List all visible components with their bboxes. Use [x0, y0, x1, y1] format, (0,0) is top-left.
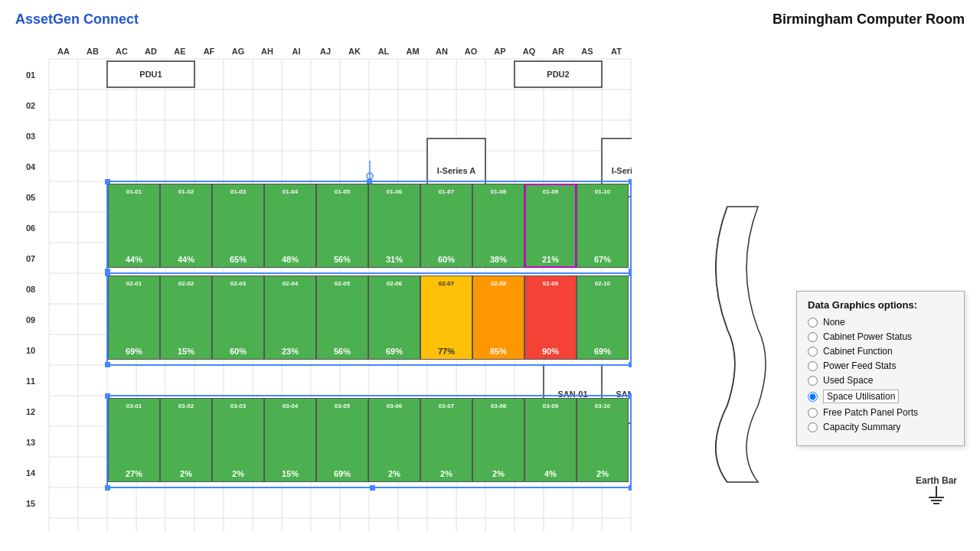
cabinet-01-05[interactable]: 01-05 56% — [316, 184, 368, 268]
option-capacity[interactable]: Capacity Summary — [808, 422, 953, 432]
svg-text:12: 12 — [26, 407, 35, 416]
svg-text:11: 11 — [26, 377, 35, 386]
option-cabinet-power[interactable]: Cabinet Power Status — [808, 331, 953, 342]
cabinet-01-04[interactable]: 01-04 48% — [264, 184, 316, 268]
svg-text:04: 04 — [26, 162, 36, 171]
cabinet-03-04[interactable]: 03-04 15% — [264, 398, 316, 482]
option-free-patch-label: Free Patch Panel Ports — [823, 407, 918, 418]
option-free-patch[interactable]: Free Patch Panel Ports — [808, 407, 953, 418]
cabinet-03-06[interactable]: 03-06 2% — [368, 398, 420, 482]
svg-text:AN: AN — [436, 47, 448, 56]
svg-rect-87 — [629, 179, 632, 184]
option-capacity-label: Capacity Summary — [823, 422, 900, 432]
svg-rect-97 — [629, 362, 632, 367]
cabinet-02-08[interactable]: 02-08 85% — [472, 276, 524, 360]
svg-rect-101 — [105, 485, 110, 491]
cabinet-02-02[interactable]: 02-02 15% — [160, 276, 212, 360]
cabinet-03-05[interactable]: 03-05 69% — [316, 398, 368, 482]
svg-text:AQ: AQ — [523, 47, 536, 56]
option-none-label: None — [823, 317, 845, 328]
cabinet-01-02[interactable]: 01-02 44% — [160, 184, 212, 268]
cabinet-03-10[interactable]: 03-10 2% — [577, 398, 629, 482]
cabinet-row-2: 02-01 69% 02-02 15% 02-03 60% 02-04 23% … — [108, 276, 629, 360]
data-graphics-panel: Data Graphics options: None Cabinet Powe… — [796, 291, 965, 446]
earth-bar: Earth Bar — [916, 475, 957, 505]
svg-text:AE: AE — [174, 47, 185, 56]
svg-text:10: 10 — [26, 346, 35, 355]
svg-text:AA: AA — [57, 47, 70, 56]
svg-text:PDU1: PDU1 — [139, 70, 162, 79]
cabinet-02-05[interactable]: 02-05 56% — [316, 276, 368, 360]
cabinet-01-09[interactable]: 01-09 21% — [524, 184, 577, 268]
option-space-util[interactable]: Space Utilisation — [808, 390, 953, 403]
cabinet-03-08[interactable]: 03-08 2% — [472, 398, 524, 482]
option-power-feed[interactable]: Power Feed Stats — [808, 360, 953, 371]
svg-rect-95 — [629, 271, 632, 276]
option-used-space[interactable]: Used Space — [808, 375, 953, 386]
svg-text:AH: AH — [261, 47, 273, 56]
svg-text:02: 02 — [26, 101, 35, 110]
room-title: Birmingham Computer Room — [773, 11, 965, 28]
cabinet-row-1: 01-01 44% 01-02 44% 01-03 65% 01-04 48% … — [108, 184, 629, 268]
svg-text:AF: AF — [204, 47, 215, 56]
svg-text:AJ: AJ — [320, 47, 331, 56]
cabinet-02-06[interactable]: 02-06 69% — [368, 276, 420, 360]
svg-text:AR: AR — [552, 47, 564, 56]
option-used-space-label: Used Space — [823, 375, 873, 386]
option-cabinet-function[interactable]: Cabinet Function — [808, 346, 953, 357]
svg-text:AT: AT — [611, 47, 622, 56]
cabinet-01-01[interactable]: 01-01 44% — [108, 184, 160, 268]
cabinet-01-06[interactable]: 01-06 31% — [368, 184, 420, 268]
option-power-feed-label: Power Feed Stats — [823, 360, 896, 371]
svg-text:AD: AD — [145, 47, 157, 56]
main-area: AA AB AC AD AE AF AG AH AI AJ AK AL AM A… — [0, 38, 980, 551]
svg-text:PDU2: PDU2 — [547, 70, 569, 79]
cabinet-01-07[interactable]: 01-07 60% — [420, 184, 472, 268]
cabinet-02-01[interactable]: 02-01 69% — [108, 276, 160, 360]
svg-text:15: 15 — [26, 499, 35, 508]
app-header: AssetGen Connect Birmingham Computer Roo… — [0, 0, 980, 38]
svg-rect-96 — [105, 362, 110, 367]
svg-text:AI: AI — [292, 47, 301, 56]
cabinet-02-09[interactable]: 02-09 90% — [524, 276, 577, 360]
cabinet-03-03[interactable]: 03-03 2% — [212, 398, 264, 482]
svg-text:14: 14 — [26, 468, 36, 478]
svg-text:AO: AO — [465, 47, 478, 56]
cabinet-02-03[interactable]: 02-03 60% — [212, 276, 264, 360]
svg-text:07: 07 — [26, 254, 35, 263]
cabinet-02-04[interactable]: 02-04 23% — [264, 276, 316, 360]
svg-text:08: 08 — [26, 285, 35, 294]
svg-text:I-Series A: I-Series A — [437, 166, 475, 175]
cabinet-01-03[interactable]: 01-03 65% — [212, 184, 264, 268]
option-none[interactable]: None — [808, 317, 953, 328]
svg-text:03: 03 — [26, 132, 35, 141]
cabinet-02-10[interactable]: 02-10 69% — [577, 276, 629, 360]
cabinet-02-07[interactable]: 02-07 77% — [420, 276, 472, 360]
cabinet-03-02[interactable]: 03-02 2% — [160, 398, 212, 482]
panel-title: Data Graphics options: — [808, 299, 953, 311]
svg-text:05: 05 — [26, 193, 35, 202]
cabinet-03-01[interactable]: 03-01 27% — [108, 398, 160, 482]
floor-plan: AA AB AC AD AE AF AG AH AI AJ AK AL AM A… — [4, 42, 635, 547]
option-cabinet-function-label: Cabinet Function — [823, 346, 893, 357]
cabinet-03-09[interactable]: 03-09 4% — [524, 398, 577, 482]
svg-text:AC: AC — [116, 47, 128, 56]
svg-text:AP: AP — [494, 47, 505, 56]
cabinet-row-3: 03-01 27% 03-02 2% 03-03 2% 03-04 15% 03… — [108, 398, 629, 482]
option-cabinet-power-label: Cabinet Power Status — [823, 331, 912, 342]
cabinet-01-08[interactable]: 01-08 38% — [472, 184, 524, 268]
svg-text:I-Series B: I-Series B — [612, 166, 632, 175]
svg-text:06: 06 — [26, 223, 35, 233]
option-space-util-label: Space Utilisation — [823, 390, 899, 403]
cabinet-01-10[interactable]: 01-10 67% — [577, 184, 629, 268]
cabinet-03-07[interactable]: 03-07 2% — [420, 398, 472, 482]
svg-text:AM: AM — [406, 47, 419, 56]
svg-text:AB: AB — [87, 47, 99, 56]
svg-text:AS: AS — [581, 47, 593, 56]
svg-text:01: 01 — [26, 70, 35, 80]
svg-text:AG: AG — [232, 47, 245, 56]
svg-text:AK: AK — [348, 47, 361, 56]
svg-text:09: 09 — [26, 315, 35, 324]
svg-rect-100 — [629, 393, 632, 399]
svg-text:AL: AL — [378, 47, 390, 56]
